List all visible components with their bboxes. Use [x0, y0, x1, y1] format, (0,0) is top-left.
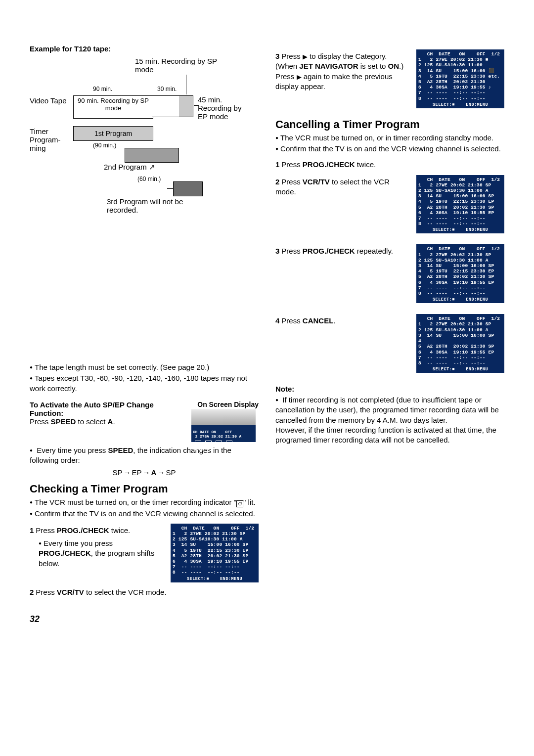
tape-note-2: Tapes except T30, -60, -90, -120, -140, …	[30, 373, 259, 394]
third-program-label: 3rd Program will not be recorded.	[107, 197, 212, 214]
page-columns: Example for T120 tape: Video Tape 15 min…	[30, 44, 504, 600]
cancel-step-4: 4Press CANCEL.	[275, 316, 410, 326]
checking-heading: Checking a Timer Program	[30, 483, 259, 495]
cancel-step-3: 3Press PROG./CHECK repeatedly.	[275, 246, 410, 256]
check-step-3: 3Press ▶ to display the Category. (When …	[275, 51, 410, 91]
cancel-heading: Cancelling a Timer Program	[275, 118, 504, 131]
tape-note-1: The tape length must be set correctly. (…	[30, 362, 259, 372]
thirty-label: 30 min.	[157, 86, 177, 92]
check-step-1: 1Press PROG./CHECK twice.	[30, 526, 165, 535]
right-triangle-icon: ▶	[303, 53, 308, 60]
speed-sequence: SP→EP→A→SP	[30, 468, 259, 477]
second-program-label: 2nd Program ↗	[104, 163, 155, 172]
check-step-1-sub: Every time you press PROG./CHECK, the pr…	[39, 538, 165, 569]
note-body: If timer recording is not completed (due…	[275, 395, 504, 445]
note-heading: Note:	[275, 385, 504, 393]
example-heading: Example for T120 tape:	[30, 44, 259, 53]
bar-90min: 90 min. Recording by SP mode	[73, 95, 153, 119]
timer-programming-label: Timer Program-ming	[30, 127, 68, 152]
checking-prereq: The VCR must be turned on, or the timer …	[30, 497, 259, 519]
fifteen-label: 15 min. Recording by SP mode	[135, 57, 219, 74]
bar-1st-program: 1st Program	[73, 126, 153, 141]
page-number: 32	[30, 614, 504, 624]
cancel-prereq-1: The VCR must be turned on, or in timer r…	[275, 133, 504, 143]
bar-3rd-program	[173, 181, 203, 196]
video-tape-label: Video Tape	[30, 96, 68, 105]
ninety-label: 90 min.	[93, 86, 112, 92]
osd-screen-category: CH DATE ON OFF 1/2 1 2 27WE 20:02 21:30 …	[416, 49, 504, 108]
second-duration: (60 min.)	[137, 176, 161, 182]
osd-screen-check: CH DATE ON OFF 1/2 1 2 27WE 20:02 21:30 …	[171, 524, 259, 582]
osd-label: On Screen Display	[191, 400, 259, 408]
cancel-prereq: The VCR must be turned on, or in timer r…	[275, 133, 504, 154]
cancel-step-2: 2Press VCR/TV to select the VCR mode.	[275, 177, 410, 197]
checking-prereq-2: Confirm that the TV is on and the VCR vi…	[30, 509, 259, 519]
osd-screen-cancel-4: CH DATE ON OFF 1/2 1 2 27WE 20:02 21:30 …	[416, 314, 504, 373]
first-duration: (90 min.)	[93, 142, 116, 149]
right-triangle-icon: ▶	[297, 73, 302, 81]
fortyfive-label: 45 min. Recording by EP mode	[198, 95, 252, 121]
activate-heading: To Activate the Auto SP/EP Change Functi…	[30, 400, 186, 417]
osd-thumbnail: CH DATE ON OFF 2 27SA 20:02 21:30 A ♪▶▣◧…	[191, 409, 256, 442]
press-speed-line: Press SPEED to select A.	[30, 417, 186, 426]
osd-screen-cancel-2: CH DATE ON OFF 1/2 1 2 27WE 20:02 21:30 …	[416, 175, 504, 234]
right-column: 3Press ▶ to display the Category. (When …	[275, 44, 504, 600]
cancel-step-1: 1Press PROG./CHECK twice.	[275, 160, 504, 170]
tape-notes: The tape length must be set correctly. (…	[30, 362, 259, 394]
bar-2nd-program	[125, 148, 179, 163]
diagram-bars: 15 min. Recording by SP mode 90 min. 30 …	[73, 81, 212, 219]
tape-diagram: Video Tape 15 min. Recording by SP mode …	[30, 81, 259, 219]
note-list: If timer recording is not completed (due…	[275, 395, 504, 445]
checking-prereq-1: The VCR must be turned on, or the timer …	[30, 497, 259, 507]
cancel-prereq-2: Confirm that the TV is on and the VCR vi…	[275, 144, 504, 154]
check-step-2: 2Press VCR/TV to select the VCR mode.	[30, 587, 259, 597]
bar-30min	[152, 95, 179, 117]
timer-icon: ⏱	[236, 500, 243, 507]
osd-screen-cancel-3: CH DATE ON OFF 1/2 1 2 27WE 20:02 21:30 …	[416, 244, 504, 303]
left-column: Example for T120 tape: Video Tape 15 min…	[30, 44, 259, 600]
bar-15min	[179, 95, 193, 117]
